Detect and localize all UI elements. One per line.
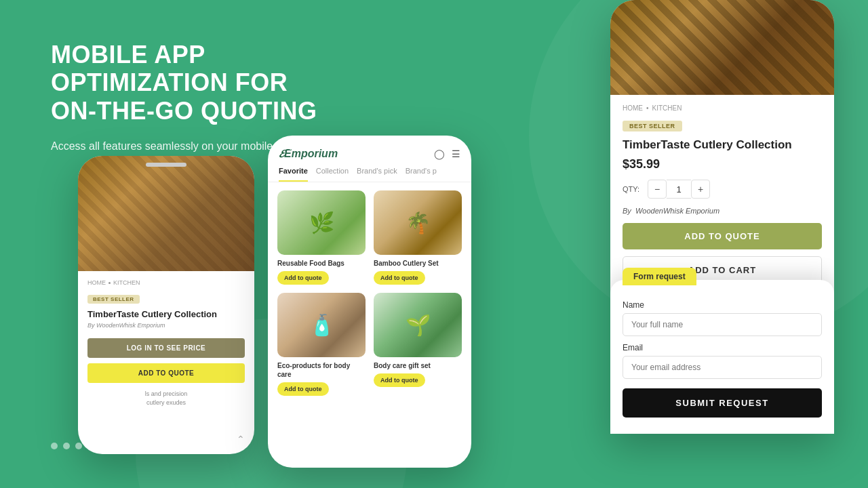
product-image-gift [374,293,462,357]
form-request-overlay: Form request Name Email SUBMIT REQUEST [610,280,834,434]
phone-1-content: HOME KITCHEN BEST SELLER TimberTaste Cut… [78,271,254,415]
add-to-quote-button-phone3[interactable]: ADD TO QUOTE [623,223,822,249]
vendor-by: By [623,207,631,215]
product-card-1: Reusable Food Bags Add to quote [277,190,366,285]
breadcrumb-kitchen: KITCHEN [113,279,140,286]
phone-3-product-title: TimberTaste Cutlery Collection [623,138,822,152]
phone-3-badge: BEST SELLER [623,121,682,131]
phone-3-mockup: HOME • KITCHEN BEST SELLER TimberTaste C… [610,0,834,434]
phone-1-badge: BEST SELLER [87,295,140,304]
product-card-3: Eco-products for body care Add to quote [277,293,366,396]
qty-minus-button[interactable]: − [648,180,667,199]
breadcrumb-home: HOME [87,279,106,286]
product-image-eco [277,293,366,357]
email-input[interactable] [623,356,822,379]
dot-4[interactable] [87,443,94,449]
phone-2-header-icons: ◯ ☰ [434,148,460,159]
phone-3-breadcrumb: HOME • KITCHEN [623,104,822,112]
product-name-4: Body care gift set [374,361,462,370]
breadcrumb-sep [108,282,111,284]
name-field-label: Name [623,300,822,310]
phone-1-bottom-text: ls and precision cutlery exudes [87,390,245,407]
dot-1[interactable] [51,443,58,449]
qty-row: QTY: − 1 + [623,180,822,199]
product-card-4: Body care gift set Add to quote [374,293,462,396]
phone-1-product-title: TimberTaste Cutlery Collection [87,309,245,319]
login-to-see-price-button[interactable]: LOG IN TO SEE PRICE [87,338,245,358]
phone-1-mockup: HOME KITCHEN BEST SELLER TimberTaste Cut… [78,156,254,454]
add-to-quote-btn-3[interactable]: Add to quote [277,382,329,396]
dot-6-active[interactable] [112,443,120,451]
bottom-text-line2: cutlery exudes [87,399,245,407]
left-content-area: MOBILE APP OPTIMIZATION FOR ON-THE-GO QU… [51,41,336,175]
product-image-bamboo [374,190,462,255]
submit-request-button[interactable]: SUBMIT REQUEST [623,388,822,418]
email-field-label: Email [623,343,822,352]
vendor-name: WoodenWhisk Emporium [96,322,165,329]
phone-1-vendor: By WoodenWhisk Emporium [87,322,245,329]
add-to-quote-button-phone1[interactable]: ADD TO QUOTE [87,363,245,383]
add-to-quote-btn-1[interactable]: Add to quote [277,271,329,285]
dot-2[interactable] [63,443,70,449]
dot-5[interactable] [100,443,106,449]
add-to-quote-btn-4[interactable]: Add to quote [374,373,425,387]
subtitle: Access all features seamlessly on your m… [51,138,336,155]
products-grid: Reusable Food Bags Add to quote Bamboo C… [268,190,471,396]
bc3-home: HOME [623,104,643,112]
product-name-1: Reusable Food Bags [277,259,366,268]
product-image-food [277,190,366,255]
phone-3-product-image [610,0,834,95]
phone-3-price: $35.99 [623,157,822,171]
bottom-text-line1: ls and precision [87,390,245,399]
dot-3[interactable] [75,443,82,449]
search-icon[interactable]: ◯ [434,148,445,159]
product-card-2: Bamboo Cutlery Set Add to quote [374,190,462,285]
name-input[interactable] [623,313,822,336]
qty-value: 1 [667,180,691,199]
vendor-label: By [87,322,95,329]
qty-plus-button[interactable]: + [691,180,710,199]
add-to-quote-btn-2[interactable]: Add to quote [374,271,425,285]
phone-3-vendor: By WoodenWhisk Emporium [623,207,822,215]
phone-2-mockup: 𝓔Emporium ◯ ☰ Favorite Collection Brand'… [268,136,471,468]
bc3-kitchen: KITCHEN [652,104,682,112]
carousel-dots [51,443,120,451]
main-heading: MOBILE APP OPTIMIZATION FOR ON-THE-GO QU… [51,41,336,125]
chevron-up-icon[interactable]: ⌃ [237,434,245,445]
product-name-3: Eco-products for body care [277,361,366,379]
tab-brands-pick[interactable]: Brand's pick [357,167,397,182]
phone-1-breadcrumb: HOME KITCHEN [87,279,245,286]
product-name-2: Bamboo Cutlery Set [374,259,462,268]
phone-3-body: HOME • KITCHEN BEST SELLER TimberTaste C… [610,95,834,293]
form-request-tab[interactable]: Form request [623,268,696,285]
tab-brands-more[interactable]: Brand's p [406,167,437,182]
qty-label: QTY: [623,185,639,193]
vendor-name-3: WoodenWhisk Emporium [635,207,719,215]
bc3-sep: • [646,104,649,112]
filter-icon[interactable]: ☰ [452,148,460,159]
